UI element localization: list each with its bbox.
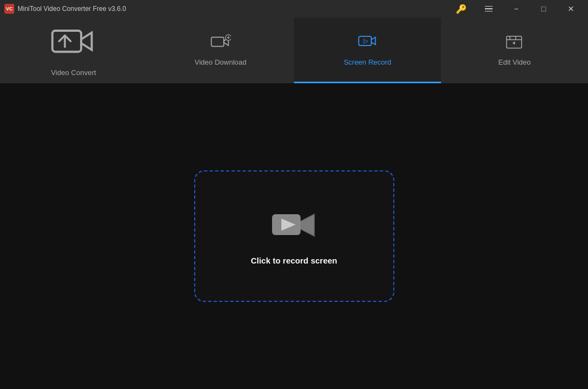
svg-rect-1 bbox=[211, 37, 224, 46]
video-download-icon bbox=[210, 33, 231, 54]
tab-screen-record[interactable]: Screen Record bbox=[294, 18, 441, 83]
record-area[interactable]: Click to record screen bbox=[194, 170, 394, 302]
tab-video-convert-label: Video Convert bbox=[51, 68, 96, 77]
screen-record-icon bbox=[357, 33, 378, 54]
nav-bar: Video Convert Video Download Screen Reco… bbox=[0, 18, 588, 83]
hamburger-icon bbox=[485, 6, 493, 12]
menu-button[interactable] bbox=[476, 0, 501, 18]
svg-marker-4 bbox=[364, 39, 368, 43]
tab-edit-video[interactable]: Edit Video bbox=[441, 18, 588, 83]
key-icon: 🔑 bbox=[456, 4, 467, 14]
video-convert-icon bbox=[49, 23, 98, 64]
svg-rect-0 bbox=[53, 31, 82, 52]
app-title: MiniTool Video Converter Free v3.6.0 bbox=[18, 5, 126, 13]
close-button[interactable]: ✕ bbox=[558, 0, 584, 18]
main-content: Click to record screen bbox=[0, 83, 588, 389]
record-label: Click to record screen bbox=[251, 256, 337, 265]
minimize-button[interactable]: − bbox=[504, 0, 529, 18]
svg-rect-3 bbox=[359, 36, 371, 45]
key-button[interactable]: 🔑 bbox=[449, 0, 474, 18]
record-camera-svg bbox=[269, 208, 319, 245]
camera-icon-wrap bbox=[269, 208, 319, 245]
tab-screen-record-label: Screen Record bbox=[344, 58, 392, 66]
tab-video-download[interactable]: Video Download bbox=[147, 18, 294, 83]
tab-edit-video-label: Edit Video bbox=[498, 58, 530, 66]
title-bar: VC MiniTool Video Converter Free v3.6.0 … bbox=[0, 0, 588, 18]
title-bar-left: VC MiniTool Video Converter Free v3.6.0 bbox=[4, 4, 126, 14]
title-bar-controls: 🔑 − □ ✕ bbox=[449, 0, 584, 18]
edit-video-icon bbox=[504, 33, 525, 54]
maximize-button[interactable]: □ bbox=[531, 0, 556, 18]
app-logo: VC bbox=[4, 4, 14, 14]
tab-video-convert[interactable]: Video Convert bbox=[0, 18, 147, 83]
tab-video-download-label: Video Download bbox=[195, 58, 246, 66]
